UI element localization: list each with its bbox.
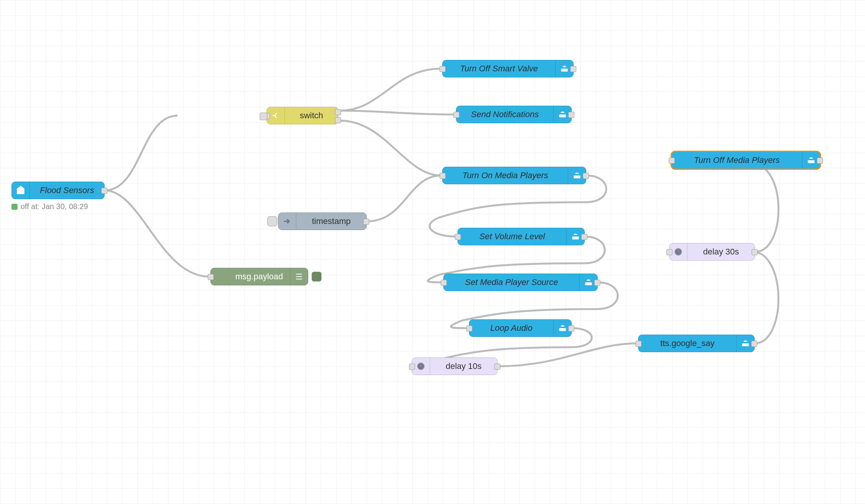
output-port-2[interactable]	[335, 117, 341, 123]
inject-button[interactable]	[260, 113, 267, 120]
node-turn-off-media-players[interactable]: Turn Off Media Players	[671, 151, 820, 169]
svg-rect-5	[585, 282, 592, 285]
input-port[interactable]	[441, 280, 447, 286]
output-port[interactable]	[494, 364, 500, 370]
node-label: Send Notifications	[456, 109, 553, 119]
input-port[interactable]	[666, 249, 673, 255]
node-label: timestamp	[296, 216, 366, 226]
input-port[interactable]	[440, 173, 446, 179]
svg-rect-4	[572, 237, 579, 240]
node-timestamp[interactable]: timestamp	[278, 213, 367, 230]
node-label: delay 10s	[430, 361, 497, 371]
input-port[interactable]	[635, 341, 642, 347]
output-port[interactable]	[583, 173, 589, 179]
node-status: off at: Jan 30, 08:29	[11, 202, 88, 211]
node-label: Turn On Media Players	[443, 171, 568, 180]
output-port[interactable]	[581, 234, 587, 240]
node-turn-off-smart-valve[interactable]: Turn Off Smart Valve	[442, 60, 574, 77]
node-set-volume-level[interactable]: Set Volume Level	[458, 228, 585, 245]
output-port[interactable]	[568, 325, 574, 332]
node-label: msg.payload	[211, 272, 290, 282]
svg-rect-6	[559, 328, 566, 331]
output-port[interactable]	[568, 112, 574, 118]
svg-rect-1	[561, 69, 568, 72]
node-delay-30s[interactable]: delay 30s	[669, 243, 755, 261]
output-port[interactable]	[570, 66, 576, 72]
node-status-text: off at: Jan 30, 08:29	[21, 202, 88, 211]
input-port[interactable]	[440, 66, 446, 72]
node-tts-google-say[interactable]: tts.google_say	[638, 335, 755, 352]
output-port[interactable]	[817, 158, 823, 164]
inject-button[interactable]	[267, 216, 277, 226]
node-set-media-player-source[interactable]: Set Media Player Source	[443, 274, 598, 291]
node-label: Set Media Player Source	[444, 277, 579, 287]
svg-point-0	[20, 190, 21, 191]
output-port-1[interactable]	[335, 109, 341, 115]
svg-rect-3	[574, 176, 580, 179]
node-label: Flood Sensors	[30, 185, 104, 195]
node-loop-audio[interactable]: Loop Audio	[469, 319, 572, 337]
output-port[interactable]	[363, 219, 369, 225]
node-label: Set Volume Level	[458, 232, 566, 242]
inject-icon	[278, 213, 296, 230]
svg-rect-10	[808, 160, 814, 163]
svg-rect-2	[559, 114, 566, 118]
node-turn-on-media-players[interactable]: Turn On Media Players	[442, 167, 586, 184]
node-label: Loop Audio	[469, 323, 553, 333]
input-port[interactable]	[669, 158, 675, 164]
output-port[interactable]	[752, 249, 758, 255]
node-delay-10s[interactable]: delay 10s	[412, 357, 498, 375]
input-port[interactable]	[453, 112, 459, 118]
input-port[interactable]	[208, 274, 214, 280]
input-port[interactable]	[409, 364, 415, 370]
flow-canvas[interactable]: Flood Sensors off at: Jan 30, 08:29 swit…	[0, 0, 865, 504]
debug-icon	[290, 268, 308, 285]
node-flood-sensors[interactable]: Flood Sensors	[11, 182, 105, 199]
node-label: delay 30s	[687, 247, 755, 257]
input-port[interactable]	[455, 234, 461, 240]
node-label: Turn Off Smart Valve	[443, 64, 555, 74]
node-switch[interactable]: switch	[267, 107, 338, 124]
node-label: switch	[285, 111, 338, 121]
node-debug[interactable]: msg.payload	[210, 268, 308, 285]
node-label: Turn Off Media Players	[672, 155, 802, 165]
home-assistant-icon	[12, 182, 30, 199]
input-port[interactable]	[466, 325, 472, 332]
output-port[interactable]	[594, 280, 600, 286]
node-send-notifications[interactable]: Send Notifications	[456, 106, 572, 123]
node-label: tts.google_say	[639, 338, 736, 348]
debug-toggle[interactable]	[312, 272, 322, 282]
output-port[interactable]	[751, 341, 757, 347]
svg-rect-8	[742, 343, 749, 346]
output-port[interactable]	[101, 188, 107, 194]
